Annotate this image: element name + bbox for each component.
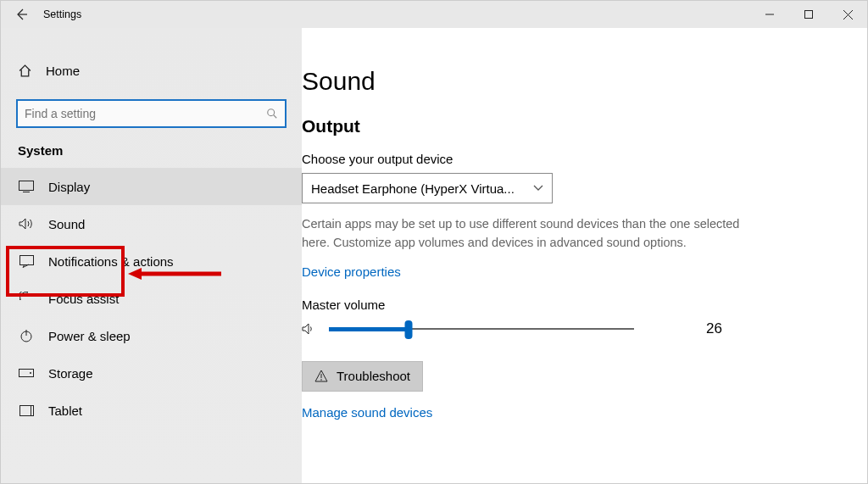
sidebar-item-display[interactable]: Display — [1, 168, 302, 205]
sidebar-item-label: Focus assist — [48, 292, 119, 306]
home-label: Home — [46, 64, 80, 78]
svg-rect-6 — [19, 181, 34, 191]
dropdown-value: Headset Earphone (HyperX Virtua... — [311, 181, 533, 196]
titlebar: Settings — [1, 1, 867, 28]
volume-value: 26 — [671, 320, 722, 337]
power-icon — [18, 329, 35, 342]
slider-fill — [329, 327, 409, 331]
chevron-down-icon — [533, 185, 543, 192]
sidebar: Home System Display Sound — [1, 28, 302, 483]
troubleshoot-button[interactable]: Troubleshoot — [302, 361, 423, 392]
window-title: Settings — [43, 8, 81, 20]
troubleshoot-label: Troubleshoot — [337, 369, 410, 383]
display-icon — [18, 181, 35, 192]
content-area: Sound Output Choose your output device H… — [302, 28, 867, 483]
sound-icon — [18, 217, 35, 231]
sidebar-item-label: Power & sleep — [48, 329, 131, 343]
sidebar-item-storage[interactable]: Storage — [1, 354, 302, 392]
sidebar-item-label: Tablet — [48, 403, 82, 418]
sidebar-item-label: Storage — [48, 366, 93, 381]
tablet-icon — [18, 405, 35, 416]
search-input-container[interactable] — [16, 99, 287, 128]
category-label: System — [1, 143, 302, 168]
svg-point-18 — [320, 379, 322, 381]
svg-rect-1 — [805, 11, 813, 19]
home-nav-item[interactable]: Home — [1, 52, 302, 89]
sidebar-item-power-sleep[interactable]: Power & sleep — [1, 317, 302, 354]
storage-icon — [18, 369, 35, 377]
search-icon — [266, 108, 278, 120]
close-button[interactable] — [828, 1, 867, 28]
notifications-icon — [18, 255, 35, 268]
warning-icon — [314, 370, 328, 382]
master-volume-label: Master volume — [302, 298, 843, 312]
sidebar-item-label: Sound — [48, 217, 85, 231]
sidebar-item-tablet[interactable]: Tablet — [1, 392, 302, 429]
device-properties-link[interactable]: Device properties — [302, 264, 401, 279]
focus-assist-icon — [18, 292, 35, 305]
svg-point-12 — [30, 372, 31, 374]
page-title: Sound — [302, 67, 843, 96]
sidebar-item-sound[interactable]: Sound — [1, 205, 302, 242]
slider-thumb[interactable] — [404, 320, 412, 339]
manage-devices-link[interactable]: Manage sound devices — [302, 405, 432, 420]
back-button[interactable] — [13, 6, 30, 23]
output-hint-text: Certain apps may be set up to use differ… — [302, 215, 743, 253]
sidebar-item-notifications[interactable]: Notifications & actions — [1, 242, 302, 280]
section-title: Output — [302, 116, 843, 136]
home-icon — [18, 64, 32, 78]
minimize-button[interactable] — [750, 1, 789, 28]
maximize-button[interactable] — [789, 1, 828, 28]
svg-point-4 — [268, 109, 275, 116]
svg-rect-8 — [19, 255, 33, 264]
svg-rect-13 — [19, 405, 33, 415]
output-device-dropdown[interactable]: Headset Earphone (HyperX Virtua... — [302, 173, 553, 203]
volume-slider[interactable] — [329, 319, 634, 339]
sidebar-item-label: Notifications & actions — [48, 254, 174, 269]
search-input[interactable] — [25, 107, 266, 120]
sidebar-item-focus-assist[interactable]: Focus assist — [1, 280, 302, 317]
sidebar-item-label: Display — [48, 180, 90, 194]
output-device-label: Choose your output device — [302, 152, 843, 166]
volume-icon — [302, 323, 317, 335]
svg-line-5 — [274, 115, 277, 119]
